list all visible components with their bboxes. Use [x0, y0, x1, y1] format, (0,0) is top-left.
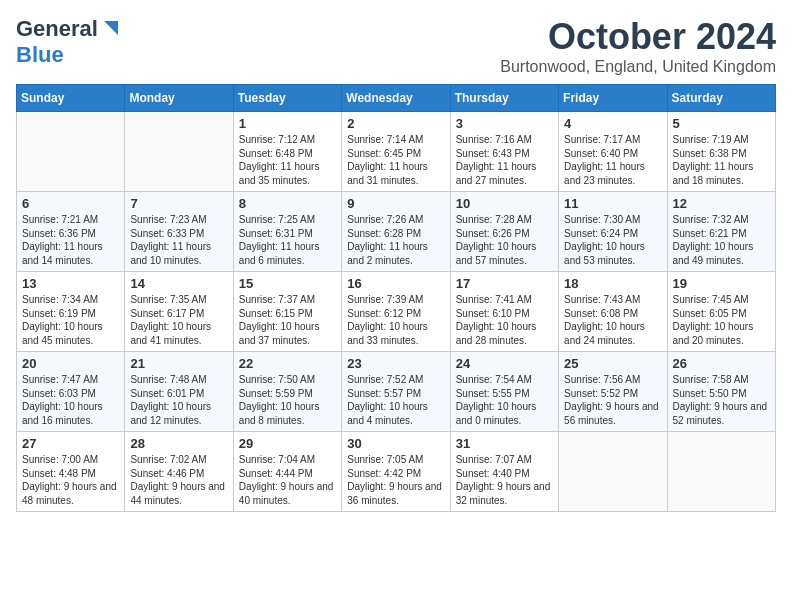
cell-info: Sunrise: 7:58 AM Sunset: 5:50 PM Dayligh…: [673, 373, 770, 427]
day-number: 31: [456, 436, 553, 451]
calendar-cell: 5 Sunrise: 7:19 AM Sunset: 6:38 PM Dayli…: [667, 112, 775, 192]
logo-blue: Blue: [16, 42, 64, 67]
cell-info: Sunrise: 7:28 AM Sunset: 6:26 PM Dayligh…: [456, 213, 553, 267]
day-number: 16: [347, 276, 444, 291]
calendar-cell: 30 Sunrise: 7:05 AM Sunset: 4:42 PM Dayl…: [342, 432, 450, 512]
calendar-cell: 24 Sunrise: 7:54 AM Sunset: 5:55 PM Dayl…: [450, 352, 558, 432]
day-number: 14: [130, 276, 227, 291]
calendar-cell: 16 Sunrise: 7:39 AM Sunset: 6:12 PM Dayl…: [342, 272, 450, 352]
calendar-cell: 7 Sunrise: 7:23 AM Sunset: 6:33 PM Dayli…: [125, 192, 233, 272]
col-header-thursday: Thursday: [450, 85, 558, 112]
cell-info: Sunrise: 7:26 AM Sunset: 6:28 PM Dayligh…: [347, 213, 444, 267]
cell-info: Sunrise: 7:41 AM Sunset: 6:10 PM Dayligh…: [456, 293, 553, 347]
title-block: October 2024 Burtonwood, England, United…: [500, 16, 776, 76]
cell-info: Sunrise: 7:56 AM Sunset: 5:52 PM Dayligh…: [564, 373, 661, 427]
calendar-week-5: 27 Sunrise: 7:00 AM Sunset: 4:48 PM Dayl…: [17, 432, 776, 512]
cell-info: Sunrise: 7:32 AM Sunset: 6:21 PM Dayligh…: [673, 213, 770, 267]
calendar-cell: 26 Sunrise: 7:58 AM Sunset: 5:50 PM Dayl…: [667, 352, 775, 432]
day-number: 19: [673, 276, 770, 291]
calendar-cell: 6 Sunrise: 7:21 AM Sunset: 6:36 PM Dayli…: [17, 192, 125, 272]
day-number: 1: [239, 116, 336, 131]
col-header-sunday: Sunday: [17, 85, 125, 112]
cell-info: Sunrise: 7:14 AM Sunset: 6:45 PM Dayligh…: [347, 133, 444, 187]
cell-info: Sunrise: 7:30 AM Sunset: 6:24 PM Dayligh…: [564, 213, 661, 267]
cell-info: Sunrise: 7:23 AM Sunset: 6:33 PM Dayligh…: [130, 213, 227, 267]
cell-info: Sunrise: 7:21 AM Sunset: 6:36 PM Dayligh…: [22, 213, 119, 267]
day-number: 18: [564, 276, 661, 291]
cell-info: Sunrise: 7:54 AM Sunset: 5:55 PM Dayligh…: [456, 373, 553, 427]
cell-info: Sunrise: 7:50 AM Sunset: 5:59 PM Dayligh…: [239, 373, 336, 427]
day-number: 30: [347, 436, 444, 451]
calendar-cell: 21 Sunrise: 7:48 AM Sunset: 6:01 PM Dayl…: [125, 352, 233, 432]
day-number: 29: [239, 436, 336, 451]
cell-info: Sunrise: 7:48 AM Sunset: 6:01 PM Dayligh…: [130, 373, 227, 427]
month-title: October 2024: [500, 16, 776, 58]
calendar-cell: 3 Sunrise: 7:16 AM Sunset: 6:43 PM Dayli…: [450, 112, 558, 192]
header-row: SundayMondayTuesdayWednesdayThursdayFrid…: [17, 85, 776, 112]
day-number: 15: [239, 276, 336, 291]
col-header-monday: Monday: [125, 85, 233, 112]
calendar-week-1: 1 Sunrise: 7:12 AM Sunset: 6:48 PM Dayli…: [17, 112, 776, 192]
calendar-cell: 4 Sunrise: 7:17 AM Sunset: 6:40 PM Dayli…: [559, 112, 667, 192]
calendar-cell: 8 Sunrise: 7:25 AM Sunset: 6:31 PM Dayli…: [233, 192, 341, 272]
day-number: 3: [456, 116, 553, 131]
calendar-cell: 17 Sunrise: 7:41 AM Sunset: 6:10 PM Dayl…: [450, 272, 558, 352]
day-number: 27: [22, 436, 119, 451]
day-number: 25: [564, 356, 661, 371]
cell-info: Sunrise: 7:19 AM Sunset: 6:38 PM Dayligh…: [673, 133, 770, 187]
cell-info: Sunrise: 7:00 AM Sunset: 4:48 PM Dayligh…: [22, 453, 119, 507]
day-number: 10: [456, 196, 553, 211]
calendar-cell: 27 Sunrise: 7:00 AM Sunset: 4:48 PM Dayl…: [17, 432, 125, 512]
day-number: 11: [564, 196, 661, 211]
col-header-friday: Friday: [559, 85, 667, 112]
cell-info: Sunrise: 7:45 AM Sunset: 6:05 PM Dayligh…: [673, 293, 770, 347]
svg-marker-0: [104, 21, 118, 35]
day-number: 12: [673, 196, 770, 211]
calendar-cell: 29 Sunrise: 7:04 AM Sunset: 4:44 PM Dayl…: [233, 432, 341, 512]
logo-general: General: [16, 16, 98, 42]
day-number: 5: [673, 116, 770, 131]
calendar-cell: [125, 112, 233, 192]
calendar-cell: 22 Sunrise: 7:50 AM Sunset: 5:59 PM Dayl…: [233, 352, 341, 432]
location: Burtonwood, England, United Kingdom: [500, 58, 776, 76]
day-number: 4: [564, 116, 661, 131]
day-number: 28: [130, 436, 227, 451]
calendar-cell: 20 Sunrise: 7:47 AM Sunset: 6:03 PM Dayl…: [17, 352, 125, 432]
calendar-table: SundayMondayTuesdayWednesdayThursdayFrid…: [16, 84, 776, 512]
cell-info: Sunrise: 7:04 AM Sunset: 4:44 PM Dayligh…: [239, 453, 336, 507]
cell-info: Sunrise: 7:35 AM Sunset: 6:17 PM Dayligh…: [130, 293, 227, 347]
cell-info: Sunrise: 7:52 AM Sunset: 5:57 PM Dayligh…: [347, 373, 444, 427]
day-number: 20: [22, 356, 119, 371]
cell-info: Sunrise: 7:12 AM Sunset: 6:48 PM Dayligh…: [239, 133, 336, 187]
cell-info: Sunrise: 7:17 AM Sunset: 6:40 PM Dayligh…: [564, 133, 661, 187]
day-number: 26: [673, 356, 770, 371]
cell-info: Sunrise: 7:43 AM Sunset: 6:08 PM Dayligh…: [564, 293, 661, 347]
calendar-cell: 14 Sunrise: 7:35 AM Sunset: 6:17 PM Dayl…: [125, 272, 233, 352]
cell-info: Sunrise: 7:39 AM Sunset: 6:12 PM Dayligh…: [347, 293, 444, 347]
calendar-cell: 11 Sunrise: 7:30 AM Sunset: 6:24 PM Dayl…: [559, 192, 667, 272]
cell-info: Sunrise: 7:07 AM Sunset: 4:40 PM Dayligh…: [456, 453, 553, 507]
calendar-week-2: 6 Sunrise: 7:21 AM Sunset: 6:36 PM Dayli…: [17, 192, 776, 272]
calendar-cell: 28 Sunrise: 7:02 AM Sunset: 4:46 PM Dayl…: [125, 432, 233, 512]
calendar-cell: 23 Sunrise: 7:52 AM Sunset: 5:57 PM Dayl…: [342, 352, 450, 432]
day-number: 13: [22, 276, 119, 291]
calendar-cell: 12 Sunrise: 7:32 AM Sunset: 6:21 PM Dayl…: [667, 192, 775, 272]
cell-info: Sunrise: 7:47 AM Sunset: 6:03 PM Dayligh…: [22, 373, 119, 427]
day-number: 8: [239, 196, 336, 211]
calendar-week-3: 13 Sunrise: 7:34 AM Sunset: 6:19 PM Dayl…: [17, 272, 776, 352]
cell-info: Sunrise: 7:25 AM Sunset: 6:31 PM Dayligh…: [239, 213, 336, 267]
day-number: 6: [22, 196, 119, 211]
logo: General Blue: [16, 16, 122, 68]
day-number: 7: [130, 196, 227, 211]
col-header-tuesday: Tuesday: [233, 85, 341, 112]
day-number: 23: [347, 356, 444, 371]
page-header: General Blue October 2024 Burtonwood, En…: [16, 16, 776, 76]
calendar-cell: 15 Sunrise: 7:37 AM Sunset: 6:15 PM Dayl…: [233, 272, 341, 352]
calendar-cell: 1 Sunrise: 7:12 AM Sunset: 6:48 PM Dayli…: [233, 112, 341, 192]
calendar-cell: [559, 432, 667, 512]
day-number: 9: [347, 196, 444, 211]
calendar-cell: 25 Sunrise: 7:56 AM Sunset: 5:52 PM Dayl…: [559, 352, 667, 432]
day-number: 17: [456, 276, 553, 291]
calendar-week-4: 20 Sunrise: 7:47 AM Sunset: 6:03 PM Dayl…: [17, 352, 776, 432]
logo-arrow-icon: [100, 17, 122, 39]
